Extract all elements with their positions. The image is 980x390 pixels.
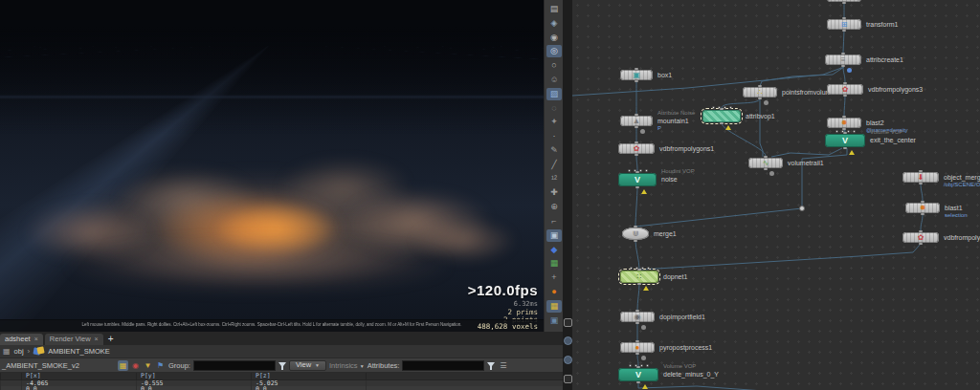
headlight-icon[interactable]: ◎: [546, 45, 562, 57]
node-output-port[interactable]: [921, 213, 924, 215]
info-badge-icon: [764, 100, 768, 105]
network-node-pyropostprocess1[interactable]: ●pyropostprocess1: [620, 342, 655, 353]
snap-icon[interactable]: ◈: [546, 17, 562, 30]
grid-display-icon[interactable]: ▦: [546, 257, 562, 270]
tab-close-icon[interactable]: ×: [95, 334, 99, 345]
ghost-objects-icon[interactable]: ☺: [546, 74, 562, 86]
view-menu-icon[interactable]: ▤: [546, 3, 562, 15]
point-attribute-table[interactable]: P[x]P[y]P[z]-4.065-0.555-5.0250.00.00.0: [0, 373, 563, 390]
flipbook-icon[interactable]: ●: [546, 286, 562, 298]
network-node-attribvop1[interactable]: attribvop1: [702, 110, 741, 122]
scene-viewport[interactable]: >120.0fps 6.32ms 2 prims 2 points 488,62…: [0, 0, 544, 332]
node-output-port[interactable]: [842, 30, 846, 32]
node-output-port[interactable]: [841, 65, 845, 67]
network-node-vdbfrompolygons1[interactable]: ✿vdbfrompolygons1: [618, 143, 655, 154]
ruler-diamond-icon[interactable]: ◆: [546, 244, 562, 256]
network-node-blast2[interactable]: ✸blast2@name=density: [827, 118, 861, 128]
level-of-detail-icon[interactable]: ¹²: [546, 173, 562, 185]
pane-link-icon[interactable]: ▦: [3, 347, 11, 356]
node-output-port[interactable]: [635, 186, 639, 188]
node-output-port[interactable]: [842, 2, 846, 4]
snapshot-icon[interactable]: ▣: [546, 229, 562, 242]
network-node-transform1[interactable]: ⊞transform1: [827, 19, 861, 30]
spreadsheet-options-icon[interactable]: ☰: [498, 360, 508, 371]
image-plane-icon[interactable]: ▣: [546, 314, 562, 327]
tab-close-icon[interactable]: ×: [34, 334, 38, 345]
node-body[interactable]: [702, 110, 741, 122]
node-output-port[interactable]: [764, 168, 768, 170]
network-back-icon[interactable]: [564, 336, 572, 345]
pane-divider[interactable]: [563, 0, 572, 390]
breadcrumb-root[interactable]: obj: [14, 347, 24, 356]
node-output-port[interactable]: [919, 243, 923, 245]
network-node-vdbfrompolygons3[interactable]: ✿vdbfrompolygons3: [827, 84, 863, 95]
network-node-dopnet1[interactable]: ∷dopnet1: [620, 271, 658, 283]
network-node-merge1[interactable]: ⋓merge1: [622, 228, 649, 240]
transparency-icon[interactable]: ▨: [546, 88, 562, 100]
node-output-port[interactable]: [634, 240, 637, 242]
network-editor[interactable]: ⊞transform1≡attribcreate1▣box1∴pointsfro…: [572, 0, 980, 390]
node-type-glyph-icon: ✸: [905, 203, 940, 213]
pane-tab-render-view[interactable]: Render View×: [45, 334, 103, 345]
pane-tab-adsheet[interactable]: adsheet×: [0, 334, 43, 345]
group-filter-icon[interactable]: [278, 357, 286, 374]
breadcrumb-node[interactable]: AMBIENT_SMOKE: [48, 347, 110, 356]
table-row[interactable]: 0.00.00.0: [0, 386, 563, 390]
points-mode-icon[interactable]: ▦: [118, 360, 128, 371]
node-output-port[interactable]: [758, 98, 762, 99]
attributes-filter-icon[interactable]: [487, 357, 495, 374]
network-node-volumetrail1[interactable]: ∿volumetrail1: [748, 158, 783, 168]
handles-icon[interactable]: ✚: [546, 186, 562, 199]
point-marker-icon[interactable]: ·: [546, 130, 562, 142]
network-filter-icon[interactable]: [564, 356, 572, 364]
network-node-blast1[interactable]: ✸blast1selection: [905, 203, 940, 213]
node-output-port[interactable]: [635, 353, 639, 355]
detail-mode-icon[interactable]: ⚑: [155, 360, 166, 371]
node-output-port[interactable]: [637, 283, 641, 285]
network-node-noise[interactable]: VnoiseHoudini VOP: [618, 173, 657, 186]
cache-grid-icon[interactable]: ▦: [546, 300, 562, 313]
network-node-object_merge1[interactable]: ⬇object_merge1/obj/SCENE/OUT_COLLIDER: [902, 172, 939, 183]
column-header[interactable]: P[x]: [21, 373, 136, 379]
axis-icon[interactable]: +: [546, 271, 562, 284]
new-tab-button[interactable]: +: [105, 334, 117, 345]
network-node-attribcreate1[interactable]: ≡attribcreate1: [825, 54, 861, 65]
shade-sphere-icon[interactable]: ◉: [546, 32, 562, 44]
column-header[interactable]: P[z]: [251, 373, 366, 379]
node-output-port[interactable]: [636, 381, 640, 383]
column-header[interactable]: P[y]: [136, 373, 251, 379]
node-output-port[interactable]: [843, 147, 847, 149]
network-node-delete_minus_0_Y[interactable]: Vdelete_minus_0_YVolume VOP: [618, 368, 658, 381]
network-node-dopimportfield1[interactable]: ◉dopimportfield1: [620, 312, 655, 322]
light-icon[interactable]: ○: [546, 59, 562, 72]
prims-mode-icon[interactable]: ▼: [143, 360, 153, 371]
node-output-port[interactable]: [635, 126, 638, 128]
attributes-input[interactable]: [402, 360, 484, 371]
node-output-port[interactable]: [919, 183, 923, 184]
view-region-icon[interactable]: ⌐: [546, 215, 562, 228]
network-node-exit_the_center[interactable]: Vexit_the_centerVolume VOP: [825, 134, 865, 147]
view-dropdown[interactable]: View▼: [289, 360, 326, 371]
intrinsics-dropdown[interactable]: Intrinsics ▼: [329, 361, 365, 370]
vertices-mode-icon[interactable]: ◉: [130, 360, 141, 371]
node-output-port[interactable]: [635, 80, 638, 82]
wire-mode-icon[interactable]: ╱: [546, 159, 562, 171]
node-output-port[interactable]: [720, 122, 724, 124]
node-output-port[interactable]: [843, 95, 847, 97]
wire-junction-dot[interactable]: [799, 206, 805, 211]
node-output-port[interactable]: [635, 154, 638, 156]
node-name-label: delete_minus_0_Y: [663, 371, 719, 378]
material-icon[interactable]: ◌: [546, 102, 562, 115]
group-input[interactable]: [193, 360, 276, 371]
network-node-top_clip[interactable]: [827, 0, 861, 2]
network-node-box1[interactable]: ▣box1: [620, 70, 653, 80]
network-node-pointsfromvolume1[interactable]: ∴pointsfromvolume1: [743, 87, 777, 98]
pane-maximize-icon[interactable]: [564, 318, 572, 327]
node-output-port[interactable]: [635, 322, 639, 324]
network-home-icon[interactable]: [564, 375, 572, 383]
draw-mode-icon[interactable]: ✎: [546, 144, 562, 157]
highlight-icon[interactable]: ✦: [546, 116, 562, 128]
network-node-vdbfrompolygons2[interactable]: ✿vdbfrompolygons2: [902, 232, 939, 243]
network-node-mountain1[interactable]: ▲mountain1Attribute NoiseP: [620, 116, 653, 126]
origin-gnomon-icon[interactable]: ⊕: [546, 201, 562, 213]
